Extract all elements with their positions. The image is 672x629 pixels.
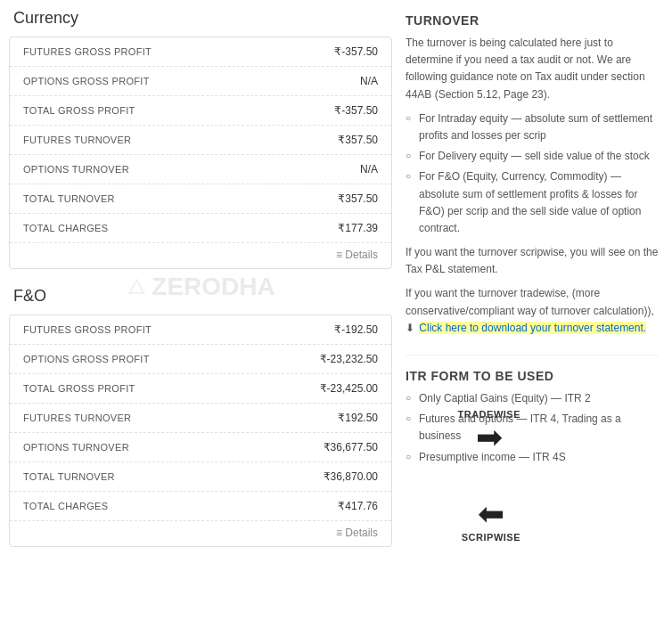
row-label: OPTIONS GROSS PROFIT xyxy=(23,354,150,364)
download-icon: ⬇ xyxy=(406,320,414,337)
row-value: ₹-23,425.00 xyxy=(320,382,378,395)
table-row: OPTIONS GROSS PROFIT N/A xyxy=(10,67,391,96)
row-label: TOTAL TURNOVER xyxy=(23,471,115,482)
row-label: TOTAL CHARGES xyxy=(23,223,108,233)
list-item: For F&O (Equity, Currency, Commodity) — … xyxy=(406,168,659,237)
table-row: OPTIONS GROSS PROFIT ₹-23,232.50 xyxy=(10,345,391,374)
table-row: FUTURES TURNOVER ₹192.50 xyxy=(10,404,391,433)
table-row: FUTURES GROSS PROFIT ₹-192.50 xyxy=(10,315,391,345)
row-value: ₹192.50 xyxy=(338,412,378,424)
arrow-left-icon: ⬅ xyxy=(478,498,504,530)
total-turnover-row-wrapper: TOTAL TURNOVER ₹36,870.00 TRADEWISE ➡ ⬅ … xyxy=(10,462,391,492)
table-row: TOTAL CHARGES ₹177.39 xyxy=(10,214,391,243)
row-label: TOTAL GROSS PROFIT xyxy=(23,383,135,394)
row-value: ₹36,870.00 xyxy=(324,470,378,483)
table-row: TOTAL TURNOVER ₹36,870.00 xyxy=(10,462,391,492)
row-value: ₹-357.50 xyxy=(334,104,378,117)
turnover-title: TURNOVER xyxy=(406,13,659,28)
row-value: ₹417.76 xyxy=(338,500,378,512)
list-item: For Intraday equity — absolute sum of se… xyxy=(406,110,659,144)
row-label: TOTAL CHARGES xyxy=(23,501,108,511)
fno-section: F&O FUTURES GROSS PROFIT ₹-192.50 OPTION… xyxy=(9,287,392,547)
row-value: ₹36,677.50 xyxy=(324,441,378,453)
left-panel: Currency FUTURES GROSS PROFIT ₹-357.50 O… xyxy=(9,9,392,565)
table-row: FUTURES GROSS PROFIT ₹-357.50 xyxy=(10,37,391,67)
row-label: FUTURES TURNOVER xyxy=(23,413,131,423)
row-value: ₹-23,232.50 xyxy=(320,353,378,365)
itr-title: ITR FORM TO BE USED xyxy=(406,369,659,383)
fno-details-link[interactable]: Details xyxy=(10,521,391,546)
table-row: TOTAL CHARGES ₹417.76 xyxy=(10,492,391,521)
turnover-description: The turnover is being calculated here ju… xyxy=(406,35,659,103)
currency-section: Currency FUTURES GROSS PROFIT ₹-357.50 O… xyxy=(9,9,392,269)
list-item: Only Captial Gains (Equity) — ITR 2 xyxy=(406,390,659,407)
tradewise-text: If you want the turnover tradewise, (mor… xyxy=(406,285,659,337)
section-divider xyxy=(406,355,659,355)
table-row: FUTURES TURNOVER ₹357.50 xyxy=(10,126,391,155)
table-row: TOTAL GROSS PROFIT ₹-357.50 xyxy=(10,96,391,126)
list-item: Futures and options — ITR 4, Trading as … xyxy=(406,411,659,445)
list-item: Presumptive income — ITR 4S xyxy=(406,449,659,466)
row-label: OPTIONS GROSS PROFIT xyxy=(23,76,150,86)
currency-title: Currency xyxy=(9,9,392,28)
row-value: N/A xyxy=(360,163,378,176)
row-value: ₹357.50 xyxy=(338,134,378,146)
row-label: TOTAL GROSS PROFIT xyxy=(23,105,135,116)
download-link[interactable]: Click here to download your turnover sta… xyxy=(419,322,646,334)
row-label: OPTIONS TURNOVER xyxy=(23,164,129,175)
row-label: FUTURES GROSS PROFIT xyxy=(23,46,152,57)
row-value: ₹357.50 xyxy=(338,192,378,205)
turnover-bullet-list: For Intraday equity — absolute sum of se… xyxy=(406,110,659,237)
itr-bullet-list: Only Captial Gains (Equity) — ITR 2 Futu… xyxy=(406,390,659,466)
right-panel: TURNOVER The turnover is being calculate… xyxy=(401,9,663,565)
table-row: TOTAL TURNOVER ₹357.50 xyxy=(10,184,391,214)
row-label: FUTURES TURNOVER xyxy=(23,135,131,145)
itr-section: ITR FORM TO BE USED Only Captial Gains (… xyxy=(406,369,659,466)
row-value: N/A xyxy=(360,75,378,87)
currency-details-link[interactable]: Details xyxy=(10,243,391,268)
table-row: OPTIONS TURNOVER ₹36,677.50 xyxy=(10,433,391,462)
scripwise-text: If you want the turnover scripwise, you … xyxy=(406,244,659,278)
turnover-section: TURNOVER The turnover is being calculate… xyxy=(406,13,659,337)
row-value: ₹-357.50 xyxy=(334,45,378,58)
table-row: TOTAL GROSS PROFIT ₹-23,425.00 xyxy=(10,374,391,404)
row-label: OPTIONS TURNOVER xyxy=(23,442,129,453)
list-item: For Delivery equity — sell side value of… xyxy=(406,148,659,165)
fno-title: F&O xyxy=(9,287,392,306)
row-value: ₹177.39 xyxy=(338,222,378,234)
row-value: ₹-192.50 xyxy=(334,323,378,336)
table-row: OPTIONS TURNOVER N/A xyxy=(10,155,391,184)
row-label: TOTAL TURNOVER xyxy=(23,193,115,204)
scripwise-arrow-group: ⬅ SCRIPWISE xyxy=(462,498,520,543)
row-label: FUTURES GROSS PROFIT xyxy=(23,324,152,335)
fno-table: FUTURES GROSS PROFIT ₹-192.50 OPTIONS GR… xyxy=(9,314,392,547)
scripwise-label: SCRIPWISE xyxy=(462,532,520,543)
currency-table: FUTURES GROSS PROFIT ₹-357.50 OPTIONS GR… xyxy=(9,37,392,269)
